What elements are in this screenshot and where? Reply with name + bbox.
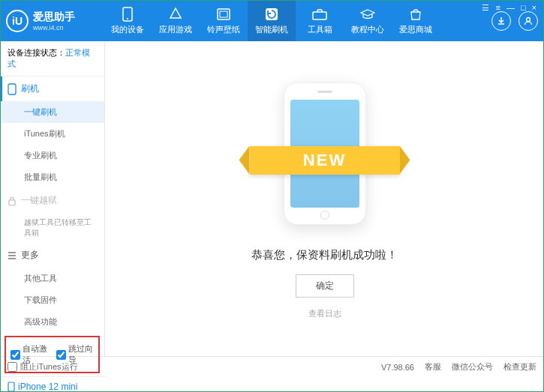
sidebar-group-more[interactable]: 更多 [0, 243, 104, 268]
sidebar-item-oneclick[interactable]: 一键刷机 [0, 101, 104, 123]
nav-label: 我的设备 [111, 24, 144, 35]
version-label: V7.98.66 [381, 363, 414, 372]
store-icon [408, 7, 423, 22]
nav-label: 工具箱 [308, 24, 332, 35]
logo-area: iU 爱思助手 www.i4.cn [6, 10, 104, 32]
new-ribbon: NEW [250, 146, 400, 175]
device-block[interactable]: iPhone 12 mini 64GB Down-12mini-13,1 [0, 376, 104, 392]
sidebar-group-flash[interactable]: 刷机 [0, 76, 104, 101]
nav-label: 教程中心 [351, 24, 384, 35]
svg-rect-9 [8, 382, 14, 391]
jailbreak-note: 越狱工具已转移至工具箱 [0, 213, 104, 243]
minimize-icon[interactable]: — [506, 3, 515, 13]
svg-rect-2 [218, 9, 230, 19]
nav-store[interactable]: 爱思商城 [392, 0, 440, 41]
menu-icon[interactable]: ☰ [482, 3, 489, 13]
svg-rect-8 [9, 200, 15, 205]
nav-label: 爱思商城 [399, 24, 432, 35]
sidebar-item-other[interactable]: 其他工具 [0, 268, 104, 289]
user-button[interactable] [518, 11, 538, 31]
graduation-icon [360, 7, 375, 22]
checkbox-input[interactable] [11, 350, 20, 360]
close-icon[interactable]: × [532, 3, 536, 13]
nav-label: 铃声壁纸 [207, 24, 240, 35]
svg-point-6 [527, 17, 530, 21]
conn-label: 设备连接状态： [8, 48, 65, 57]
checkbox-input[interactable] [8, 362, 17, 372]
success-illustration: NEW [265, 79, 385, 229]
view-log-link[interactable]: 查看日志 [308, 308, 341, 319]
sidebar-item-pro[interactable]: 专业刷机 [0, 145, 104, 166]
group-label: 一键越狱 [21, 194, 57, 207]
sidebar: 设备连接状态：正常模式 刷机 一键刷机 iTunes刷机 专业刷机 批量刷机 一… [0, 41, 105, 356]
wallpaper-icon [216, 7, 231, 22]
main-content: NEW 恭喜您，保资料刷机成功啦！ 确定 查看日志 [105, 41, 544, 356]
svg-rect-3 [220, 11, 227, 17]
nav-apps[interactable]: 应用游戏 [152, 0, 200, 41]
top-nav: 我的设备 应用游戏 铃声壁纸 智能刷机 工具箱 教程中心 爱思商城 [104, 0, 491, 41]
nav-tutorials[interactable]: 教程中心 [344, 0, 392, 41]
app-header: iU 爱思助手 www.i4.cn 我的设备 应用游戏 铃声壁纸 智能刷机 工具… [0, 0, 544, 41]
svg-rect-5 [313, 12, 326, 19]
nav-label: 应用游戏 [159, 24, 192, 35]
ok-button[interactable]: 确定 [296, 274, 354, 298]
group-label: 刷机 [21, 82, 39, 95]
phone-icon [8, 382, 15, 392]
group-label: 更多 [21, 249, 39, 262]
lock-icon[interactable]: ≡ [495, 3, 500, 13]
download-button[interactable] [491, 11, 511, 31]
phone-icon [8, 83, 17, 95]
device-name: iPhone 12 mini [8, 382, 97, 392]
phone-icon [120, 7, 135, 22]
apps-icon [168, 7, 183, 22]
sidebar-item-advanced[interactable]: 高级功能 [0, 311, 104, 333]
svg-point-1 [127, 18, 128, 19]
app-title: 爱思助手 [33, 10, 75, 24]
nav-label: 智能刷机 [255, 24, 288, 35]
nav-ringtones[interactable]: 铃声壁纸 [200, 0, 248, 41]
refresh-icon [264, 7, 279, 22]
sidebar-group-jailbreak[interactable]: 一键越狱 [0, 188, 104, 213]
sidebar-item-batch[interactable]: 批量刷机 [0, 166, 104, 188]
support-link[interactable]: 客服 [425, 361, 441, 373]
lock-icon [8, 196, 17, 206]
update-link[interactable]: 检查更新 [503, 361, 536, 373]
logo-icon: iU [6, 10, 29, 32]
list-icon [8, 251, 17, 260]
success-message: 恭喜您，保资料刷机成功啦！ [251, 248, 398, 262]
nav-my-device[interactable]: 我的设备 [104, 0, 152, 41]
wechat-link[interactable]: 微信公众号 [452, 361, 493, 373]
checkbox-block-itunes[interactable]: 阻止iTunes运行 [8, 361, 78, 373]
nav-flash[interactable]: 智能刷机 [248, 0, 296, 41]
connection-status: 设备连接状态：正常模式 [0, 41, 104, 76]
svg-rect-7 [8, 84, 16, 94]
window-controls[interactable]: ☰ ≡ — □ × [482, 3, 536, 13]
toolbox-icon [312, 7, 327, 22]
sidebar-item-firmware[interactable]: 下载固件 [0, 289, 104, 311]
maximize-icon[interactable]: □ [521, 3, 526, 13]
sidebar-item-itunes[interactable]: iTunes刷机 [0, 123, 104, 145]
nav-toolbox[interactable]: 工具箱 [296, 0, 344, 41]
checkbox-input[interactable] [56, 350, 66, 360]
app-url: www.i4.cn [33, 24, 75, 31]
